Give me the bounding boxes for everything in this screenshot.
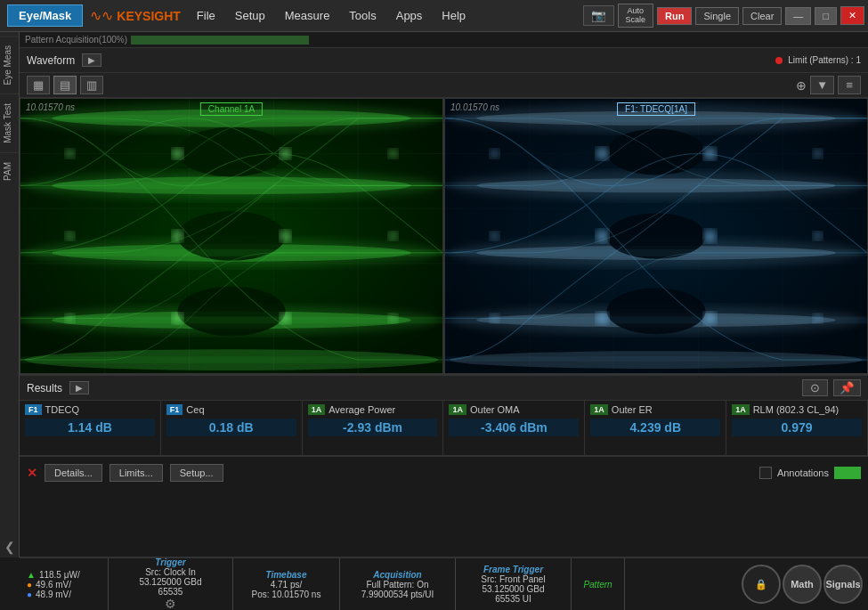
math-signals-section: 🔒 Math Signals [736,558,868,610]
acquisition-title: Acquisition [347,570,448,580]
measurement-avg-power: 1A Average Power -2.93 dBm [303,401,444,455]
power-dot-2-icon: ● [27,580,32,590]
lock-button[interactable]: 🔒 [742,565,781,604]
acquisition-section: Acquisition Full Pattern: On 7.99000534 … [340,558,456,610]
svg-point-21 [172,149,183,159]
svg-point-56 [607,129,706,175]
power-row-3: ● 48.9 mV/ [27,590,101,599]
results-controls-right: ⊙ 📌 [802,379,861,396]
meas-avg-power-tag: 1A [308,404,326,415]
keysight-logo: ∿∿ KEYSIGHT [90,7,181,24]
run-button[interactable]: Run [657,7,692,25]
dropdown-button[interactable]: ▼ [810,76,834,94]
svg-point-20 [177,287,285,337]
eye-mask-label: Eye/Mask [19,9,71,22]
measurement-outer-er: 1A Outer ER 4.239 dB [585,401,726,455]
title-bar: Eye/Mask ∿∿ KEYSIGHT File Setup Measure … [0,0,868,32]
signals-label: Signals [825,579,860,590]
camera-button[interactable]: 📷 [583,5,614,26]
svg-rect-71 [445,115,867,122]
sidebar-tab-pam-label: PAM [3,162,12,181]
single-button[interactable]: Single [695,7,739,25]
meas-outer-er-value: 4.239 dB [590,419,720,436]
view-tools-right: ⊕ ▼ ≡ [796,76,861,94]
details-close-button[interactable]: ✕ [27,466,37,480]
svg-point-18 [177,127,285,177]
results-expand-button[interactable]: ⊙ [802,379,828,396]
svg-rect-36 [20,316,442,323]
sidebar-tab-mask-test[interactable]: Mask Test [0,94,19,152]
menu-setup[interactable]: Setup [226,5,274,26]
svg-point-24 [280,231,290,241]
results-section: Results ▶ ⊙ 📌 F1 TDECQ 1.14 dB F1 Ceq [20,374,868,488]
view-grid-button[interactable]: ▤ [53,76,77,94]
results-label: Results [27,382,62,394]
minimize-button[interactable]: — [785,7,811,25]
view-single-button[interactable]: ▦ [27,76,50,94]
annotations-label: Annotations [777,468,829,478]
power-value-3: 48.9 mV/ [36,590,71,599]
svg-point-65 [490,150,499,159]
meas-outer-er-name: Outer ER [612,404,653,415]
sidebar-tab-pam[interactable]: PAM [0,152,19,190]
signals-button[interactable]: Signals [823,565,863,604]
auto-scale-button[interactable]: Auto Scale [618,4,654,28]
logo-wave-icon: ∿∿ [90,7,113,24]
limit-indicator: Limit (Patterns) : 1 [775,55,861,65]
menu-apps[interactable]: Apps [387,5,432,26]
meas-ceq-header: F1 Ceq [166,404,296,415]
menu-help[interactable]: Help [433,5,475,26]
menu-measure[interactable]: Measure [276,5,339,26]
setup-button[interactable]: Setup... [170,464,223,482]
svg-point-29 [65,232,74,240]
scope-right-timestamp: 10.01570 ns [450,102,499,112]
details-button[interactable]: Details... [45,464,102,482]
meas-rlm-tag: 1A [732,404,750,415]
trigger-val: 65535 [116,587,225,597]
svg-rect-72 [445,182,867,189]
annotations-checkbox[interactable] [759,467,772,479]
math-button[interactable]: Math [783,565,822,604]
annotations-green-bar [834,467,861,479]
trigger-gear-button[interactable]: ⚙ [116,597,225,610]
acquisition-val2: 7.99000534 pts/UI [347,590,448,599]
meas-avg-power-value: -2.93 dBm [308,419,438,436]
waveform-play-button[interactable]: ▶ [82,53,101,67]
maximize-button[interactable]: □ [815,7,837,25]
menu-bar: File Setup Measure Tools Apps Help [188,5,583,26]
scope-right-display [445,99,867,373]
scope-right: 10.01570 ns F1: TDECQ[1A] [443,98,868,374]
svg-rect-37 [20,356,442,363]
results-play-button[interactable]: ▶ [69,381,89,394]
limits-button[interactable]: Limits... [110,464,163,482]
view-list-button[interactable]: ▥ [80,76,103,94]
svg-point-68 [813,232,822,240]
svg-rect-34 [20,182,442,189]
title-bar-controls: 📷 Auto Scale Run Single Clear — □ ✕ [583,4,864,28]
details-row: ✕ Details... Limits... Setup... Annotati… [20,456,868,488]
meas-outer-er-tag: 1A [590,404,608,415]
menu-tools[interactable]: Tools [340,5,385,26]
eye-mask-button[interactable]: Eye/Mask [7,4,83,27]
power-dot-3-icon: ● [27,590,32,599]
meas-rlm-value: 0.979 [732,419,862,436]
menu-dots-button[interactable]: ≡ [838,76,861,94]
meas-tdecq-name: TDECQ [45,404,80,415]
meas-outer-oma-value: -3.406 dBm [449,419,579,436]
crosshair-button[interactable]: ⊕ [796,78,807,93]
meas-ceq-tag: F1 [166,404,183,415]
svg-rect-35 [20,249,442,256]
sidebar-collapse-arrow[interactable]: ❮ [1,536,19,557]
clear-button[interactable]: Clear [742,7,782,25]
timebase-title: Timebase [240,570,332,580]
menu-file[interactable]: File [188,5,224,26]
meas-avg-power-header: 1A Average Power [308,404,438,415]
close-button[interactable]: ✕ [840,6,864,25]
timebase-section: Timebase 4.71 ps/ Pos: 10.01570 ns [233,558,340,610]
results-pin-button[interactable]: 📌 [833,379,861,396]
power-section: ▲ 118.5 μW/ ● 49.6 mV/ ● 48.9 mV/ [20,558,109,610]
measurement-outer-oma: 1A Outer OMA -3.406 dBm [443,401,585,455]
sidebar-tab-eye-meas[interactable]: Eye Meas [0,36,19,94]
svg-point-58 [607,289,706,335]
annotations-area: Annotations [759,467,861,479]
